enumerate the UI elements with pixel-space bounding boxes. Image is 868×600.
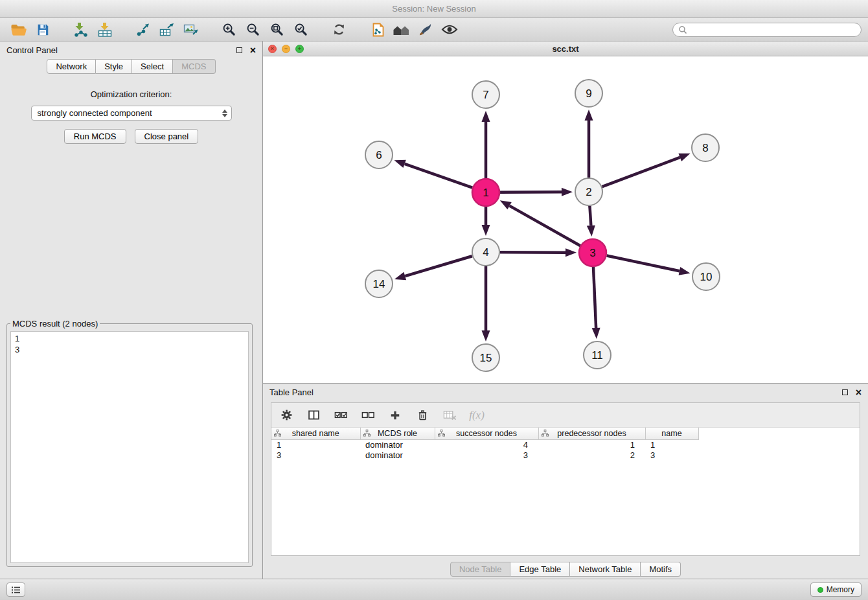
run-mcds-button[interactable]: Run MCDS [64,129,126,144]
cell-predecessor-nodes[interactable]: 1 [538,439,645,450]
tab-select[interactable]: Select [132,59,173,74]
session-group [6,20,54,40]
show-columns-button[interactable] [305,407,322,424]
save-session-button[interactable] [30,20,54,40]
open-session-button[interactable] [6,20,30,40]
graph-node-8[interactable]: 8 [692,134,719,161]
export-image-button[interactable] [179,20,203,40]
column-header-name[interactable]: name [645,428,698,439]
import-table-button[interactable] [93,20,117,40]
zoom-in-button[interactable] [217,20,241,40]
column-header-mcds-role[interactable]: MCDS role [360,428,435,439]
add-column-button[interactable] [387,407,404,424]
cell-mcds-role[interactable]: dominator [360,450,435,460]
criterion-select[interactable]: strongly connected component [31,106,232,121]
graph-node-1[interactable]: 1 [472,179,499,206]
minimize-window-icon[interactable]: − [282,45,290,53]
close-table-panel-icon[interactable]: × [856,387,862,398]
refresh-button[interactable] [327,20,351,40]
svg-text:4: 4 [483,246,488,259]
network-canvas[interactable]: 7968124314101511 [263,56,868,383]
clone-network-button[interactable] [365,20,389,40]
search-box[interactable] [672,23,862,37]
graph-edge-3-1[interactable] [510,206,580,246]
close-window-icon[interactable]: × [268,45,277,53]
graph-node-6[interactable]: 6 [365,141,393,168]
column-header-successor-nodes[interactable]: successor nodes [435,428,538,439]
tab-network-table[interactable]: Network Table [570,562,641,577]
svg-text:14: 14 [373,278,385,290]
gear-icon [280,408,293,422]
graph-edge-1-2[interactable] [500,192,562,192]
cell-shared-name[interactable]: 3 [271,450,360,460]
network-graph[interactable]: 7968124314101511 [263,56,867,383]
paint-brush-icon [418,22,433,37]
zoom-fit-button[interactable] [265,20,289,40]
refresh-icon [332,22,347,37]
show-hide-button[interactable] [437,20,461,40]
graph-edge-3-10[interactable] [607,256,680,271]
tab-node-table[interactable]: Node Table [450,562,511,577]
graph-node-3[interactable]: 3 [579,239,606,266]
clone-network-icon [370,22,385,38]
graph-edge-2-8[interactable] [602,157,680,187]
cell-name[interactable]: 1 [645,439,698,450]
graph-edge-arrow-icon [482,330,490,341]
export-table-button[interactable] [155,20,179,40]
home-button[interactable] [389,20,413,40]
cell-name[interactable]: 3 [645,450,698,460]
graph-edge-4-3[interactable] [500,252,565,253]
graph-edge-2-3[interactable] [589,206,591,225]
graph-node-7[interactable]: 7 [472,81,499,108]
graph-node-4[interactable]: 4 [472,238,499,266]
deselect-all-button[interactable] [360,407,376,424]
cell-successor-nodes[interactable]: 3 [435,450,538,460]
column-header-shared-name[interactable]: shared name [271,428,360,439]
graph-edge-4-14[interactable] [405,256,472,276]
table-row[interactable]: 1 dominator 4 1 1 [271,439,860,450]
style-button[interactable] [413,20,437,40]
graph-node-2[interactable]: 2 [575,178,602,205]
graph-edge-3-11[interactable] [593,267,596,328]
tab-network[interactable]: Network [47,59,96,74]
import-network-button[interactable] [69,20,93,40]
search-input[interactable] [691,25,856,34]
zoom-out-button[interactable] [241,20,265,40]
cell-successor-nodes[interactable]: 4 [435,439,538,450]
float-panel-icon[interactable] [236,47,242,53]
table-panel: Table Panel × [263,384,868,579]
cell-mcds-role[interactable]: dominator [360,439,435,450]
graph-node-15[interactable]: 15 [472,344,499,371]
graph-node-9[interactable]: 9 [575,80,602,107]
graph-node-14[interactable]: 14 [365,270,393,297]
table-row[interactable]: 3 dominator 3 2 3 [271,450,860,460]
graph-edge-1-6[interactable] [405,164,473,188]
column-label: MCDS role [378,429,417,438]
cell-predecessor-nodes[interactable]: 2 [538,450,645,460]
tab-mcds[interactable]: MCDS [173,59,215,74]
cell-shared-name[interactable]: 1 [271,439,360,450]
export-network-button[interactable] [131,20,155,40]
close-panel-button[interactable]: Close panel [135,129,199,144]
memory-button[interactable]: Memory [810,583,862,597]
select-all-button[interactable] [332,407,349,424]
delete-column-button[interactable] [414,407,431,424]
task-history-button[interactable] [6,583,25,597]
tab-edge-table[interactable]: Edge Table [510,562,570,577]
tab-style[interactable]: Style [96,59,132,74]
eye-icon [441,23,458,36]
graph-node-10[interactable]: 10 [692,263,720,290]
attribute-tree-icon [438,430,445,439]
tab-motifs[interactable]: Motifs [641,562,681,577]
table-settings-button[interactable] [278,407,295,424]
column-label: successor nodes [456,429,517,438]
zoom-window-icon[interactable]: + [295,45,304,53]
graph-node-11[interactable]: 11 [584,341,611,369]
column-header-predecessor-nodes[interactable]: predecessor nodes [538,428,645,439]
graph-edge-arrow-icon [679,267,691,275]
svg-text:3: 3 [589,247,595,259]
close-panel-icon[interactable]: × [250,45,256,56]
mcds-result-list[interactable]: 1 3 [10,331,249,563]
zoom-selected-button[interactable] [289,20,313,40]
float-table-panel-icon[interactable] [842,389,848,395]
